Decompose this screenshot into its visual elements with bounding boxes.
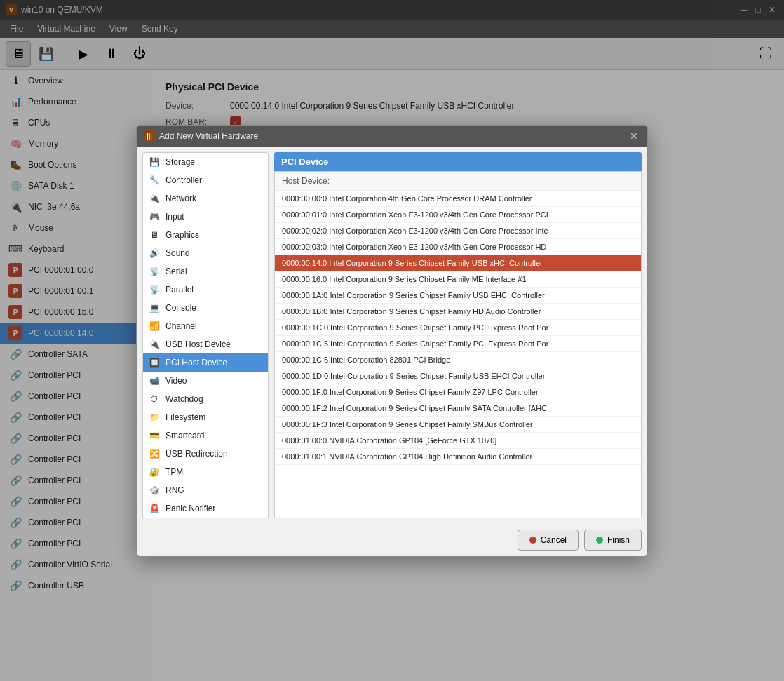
list-item-usb-redir[interactable]: 🔀 USB Redirection — [154, 445, 268, 463]
device-item-10[interactable]: 0000:00:1C:5 Intel Corporation 9 Series … — [275, 336, 641, 352]
dialog-panel-header: PCI Device — [274, 152, 642, 171]
dialog-title: Add New Virtual Hardware — [159, 131, 258, 141]
cancel-dot — [529, 537, 536, 544]
device-item-9[interactable]: 0000:00:1C:0 Intel Corporation 9 Series … — [275, 320, 641, 336]
network-icon: 🔌 — [154, 193, 160, 204]
list-item-channel[interactable]: 📶 Channel — [154, 317, 268, 335]
list-item-usb-host[interactable]: 🔌 USB Host Device — [154, 335, 268, 353]
device-item-16[interactable]: 0000:01:00:0 NVIDIA Corporation GP104 [G… — [275, 433, 641, 449]
device-item-17[interactable]: 0000:01:00:1 NVIDIA Corporation GP104 Hi… — [275, 449, 641, 465]
dialog-app-icon: ||| — [154, 130, 155, 142]
filesystem-icon: 📁 — [154, 412, 160, 423]
console-icon: 💻 — [154, 302, 160, 313]
rng-icon: 🎲 — [154, 485, 160, 496]
list-item-panic-label: Panic Notifier — [165, 504, 215, 513]
device-item-13[interactable]: 0000:00:1F:0 Intel Corporation 9 Series … — [275, 384, 641, 400]
list-item-storage-label: Storage — [165, 157, 195, 167]
list-item-tpm-label: TPM — [165, 467, 183, 477]
list-item-panic[interactable]: 🚨 Panic Notifier — [154, 499, 268, 518]
serial-icon: 📡 — [154, 266, 160, 277]
dialog-close-btn[interactable]: ✕ — [628, 130, 640, 142]
dialog-body: 💾 Storage 🔧 Controller 🔌 Network 🎮 — [154, 147, 647, 524]
list-item-serial-label: Serial — [165, 267, 187, 276]
list-item-video-label: Video — [165, 376, 187, 386]
storage-icon: 💾 — [154, 156, 160, 168]
list-item-rng-label: RNG — [165, 485, 184, 495]
usb-redir-icon: 🔀 — [154, 448, 160, 459]
graphics-icon: 🖥 — [154, 229, 160, 241]
list-item-smartcard-label: Smartcard — [165, 431, 204, 440]
device-item-12[interactable]: 0000:00:1D:0 Intel Corporation 9 Series … — [275, 368, 641, 384]
dialog-finish-btn[interactable]: Finish — [584, 530, 642, 551]
list-item-graphics-label: Graphics — [165, 230, 199, 240]
finish-dot — [596, 537, 603, 544]
pci-host-icon: 🔲 — [154, 357, 160, 368]
main-area: ℹ Overview 📊 Performance 🖥 CPUs 🧠 Memory… — [0, 70, 784, 681]
list-item-pci-host[interactable]: 🔲 PCI Host Device — [154, 353, 268, 372]
list-item-console[interactable]: 💻 Console — [154, 299, 268, 317]
dialog-right-panel: PCI Device Host Device: 0000:00:00:0 Int… — [274, 152, 642, 518]
dialog-titlebar-left: ||| Add New Virtual Hardware — [154, 130, 258, 142]
list-item-usb-host-label: USB Host Device — [165, 339, 231, 349]
device-item-6[interactable]: 0000:00:16:0 Intel Corporation 9 Series … — [275, 271, 641, 288]
list-item-channel-label: Channel — [165, 321, 197, 331]
smartcard-icon: 💳 — [154, 430, 160, 441]
device-item-8[interactable]: 0000:00:1B:0 Intel Corporation 9 Series … — [275, 304, 641, 320]
dialog-footer: Cancel Finish — [154, 524, 647, 556]
list-item-network[interactable]: 🔌 Network — [154, 189, 268, 208]
list-item-graphics[interactable]: 🖥 Graphics — [154, 226, 268, 244]
list-item-network-label: Network — [165, 194, 196, 203]
list-item-video[interactable]: 📹 Video — [154, 372, 268, 390]
list-item-filesystem-label: Filesystem — [165, 412, 205, 422]
host-device-label: Host Device: — [275, 172, 641, 191]
dialog-titlebar: ||| Add New Virtual Hardware ✕ — [154, 126, 647, 147]
list-item-console-label: Console — [165, 303, 196, 313]
list-item-serial[interactable]: 📡 Serial — [154, 262, 268, 281]
device-item-1[interactable]: 0000:00:00:0 Intel Corporation 4th Gen C… — [275, 191, 641, 207]
list-item-smartcard[interactable]: 💳 Smartcard — [154, 426, 268, 445]
list-item-sound[interactable]: 🔊 Sound — [154, 244, 268, 262]
list-item-input[interactable]: 🎮 Input — [154, 208, 268, 226]
list-item-sound-label: Sound — [165, 248, 190, 258]
channel-icon: 📶 — [154, 321, 160, 332]
content-area: Physical PCI Device Device: 0000:00:14:0… — [154, 70, 784, 681]
video-icon: 📹 — [154, 375, 160, 386]
device-list-container: Host Device: 0000:00:00:0 Intel Corporat… — [274, 171, 642, 518]
list-item-watchdog[interactable]: ⏱ Watchdog — [154, 390, 268, 408]
device-item-5[interactable]: 0000:00:14:0 Intel Corporation 9 Series … — [275, 255, 641, 271]
device-item-3[interactable]: 0000:00:02:0 Intel Corporation Xeon E3-1… — [275, 223, 641, 239]
device-item-4[interactable]: 0000:00:03:0 Intel Corporation Xeon E3-1… — [275, 239, 641, 255]
list-item-controller[interactable]: 🔧 Controller — [154, 171, 268, 189]
list-item-storage[interactable]: 💾 Storage — [154, 153, 268, 171]
device-item-7[interactable]: 0000:00:1A:0 Intel Corporation 9 Series … — [275, 288, 641, 304]
usb-host-icon: 🔌 — [154, 339, 160, 350]
tpm-icon: 🔐 — [154, 466, 160, 478]
device-item-15[interactable]: 0000:00:1F:3 Intel Corporation 9 Series … — [275, 417, 641, 433]
input-icon: 🎮 — [154, 211, 160, 222]
list-item-parallel-label: Parallel — [165, 285, 194, 295]
dialog-overlay: ||| Add New Virtual Hardware ✕ 💾 Storage… — [154, 70, 784, 681]
controller-icon: 🔧 — [154, 175, 160, 186]
list-item-filesystem[interactable]: 📁 Filesystem — [154, 408, 268, 426]
device-item-2[interactable]: 0000:00:01:0 Intel Corporation Xeon E3-1… — [275, 207, 641, 223]
device-item-14[interactable]: 0000:00:1F:2 Intel Corporation 9 Series … — [275, 400, 641, 417]
list-item-usb-redir-label: USB Redirection — [165, 449, 228, 459]
dialog-cancel-btn[interactable]: Cancel — [518, 530, 579, 551]
list-item-parallel[interactable]: 📡 Parallel — [154, 281, 268, 299]
parallel-icon: 📡 — [154, 284, 160, 295]
list-item-rng[interactable]: 🎲 RNG — [154, 481, 268, 499]
hardware-type-list: 💾 Storage 🔧 Controller 🔌 Network 🎮 — [154, 152, 269, 518]
watchdog-icon: ⏱ — [154, 393, 160, 405]
panic-icon: 🚨 — [154, 503, 160, 514]
list-item-pci-host-label: PCI Host Device — [165, 358, 227, 368]
list-item-input-label: Input — [165, 212, 184, 222]
device-item-11[interactable]: 0000:00:1C:6 Intel Corporation 82801 PCI… — [275, 352, 641, 368]
list-item-tpm[interactable]: 🔐 TPM — [154, 463, 268, 481]
add-hardware-dialog: ||| Add New Virtual Hardware ✕ 💾 Storage… — [154, 125, 648, 557]
dialog-finish-label: Finish — [607, 535, 630, 545]
list-item-watchdog-label: Watchdog — [165, 394, 203, 404]
sound-icon: 🔊 — [154, 248, 160, 259]
list-item-controller-label: Controller — [165, 175, 202, 185]
dialog-cancel-label: Cancel — [541, 535, 567, 545]
